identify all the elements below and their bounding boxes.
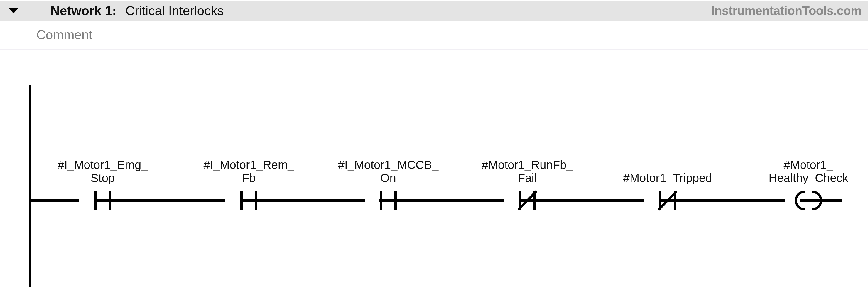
power-rail-left: [29, 85, 31, 287]
rung-wire: [240, 199, 249, 202]
rung-wire: [495, 199, 504, 202]
rung-element-hchk[interactable]: #Motor1_ Healthy_Check: [748, 158, 868, 212]
ladder-diagram: #I_Motor1_Emg_ Stop #I_Motor1_Rem_ Fb #I…: [0, 49, 868, 287]
rung-wire: [659, 199, 668, 202]
rung-label: #I_Motor1_Rem_ Fb: [186, 158, 312, 185]
rung-wire: [379, 199, 388, 202]
rung-wire: [356, 199, 365, 202]
rung-wire: [776, 199, 785, 202]
rung-label: #I_Motor1_MCCB_ On: [320, 158, 457, 185]
network-name: Critical Interlocks: [125, 3, 224, 18]
rung-wire: [800, 199, 808, 202]
network-number: Network 1:: [51, 3, 117, 18]
rung-wire: [519, 199, 527, 202]
rung-label: #I_Motor1_Emg_ Stop: [39, 158, 167, 185]
rung-wire: [70, 199, 79, 202]
network-header[interactable]: Network 1: Critical Interlocks Instrumen…: [0, 0, 868, 21]
rung-element-rem[interactable]: #I_Motor1_Rem_ Fb: [186, 158, 312, 212]
watermark: InstrumentationTools.com: [711, 1, 862, 21]
network-comment-row[interactable]: Comment: [0, 21, 868, 49]
rung-wire: [635, 199, 644, 202]
rung-label: #Motor1_ Healthy_Check: [748, 158, 868, 185]
rung-wire: [217, 199, 225, 202]
rung-label: #Motor1_RunFb_ Fail: [462, 158, 593, 185]
rung-wire: [808, 199, 842, 202]
rung-label: #Motor1_Tripped: [599, 172, 737, 185]
rung-element-mccb[interactable]: #I_Motor1_MCCB_ On: [320, 158, 457, 212]
rung-element-emg[interactable]: #I_Motor1_Emg_ Stop: [39, 158, 167, 212]
chevron-down-icon[interactable]: [9, 8, 18, 13]
rung-element-trip[interactable]: #Motor1_Tripped: [599, 172, 737, 212]
network-title: Network 1: Critical Interlocks: [51, 3, 224, 18]
rung-element-runfb[interactable]: #Motor1_RunFb_ Fail: [462, 158, 593, 212]
rung-wire: [94, 199, 103, 202]
comment-placeholder: Comment: [36, 28, 92, 42]
